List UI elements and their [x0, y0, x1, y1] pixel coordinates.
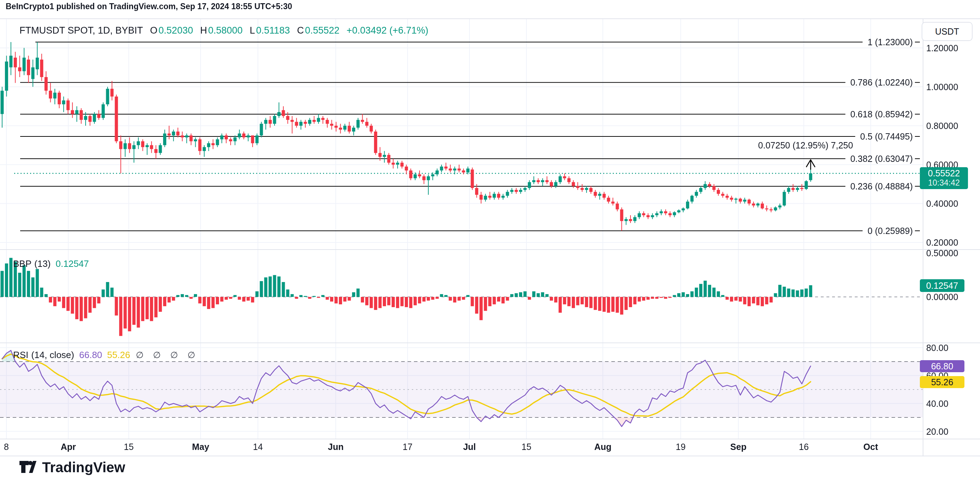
rsi-params: (14, close)	[31, 350, 74, 360]
rsi-ma-value: 55.26	[107, 350, 130, 360]
tradingview-logo[interactable]: TradingView	[19, 459, 125, 475]
close-value: 0.55522	[305, 25, 340, 36]
close-label: C	[297, 25, 304, 36]
high-label: H	[200, 25, 207, 36]
fib-level-label: 0.786 (1.02240)	[850, 78, 913, 88]
chart-canvas[interactable]	[0, 0, 980, 480]
time-axis-label: Sep	[730, 442, 746, 452]
time-axis-label: 14	[253, 442, 263, 452]
fib-level-label: 0.618 (0.85942)	[850, 109, 913, 119]
time-axis-label: 19	[676, 442, 686, 452]
open-label: O	[150, 25, 158, 36]
time-axis-label: Oct	[863, 442, 878, 452]
time-axis-label: 8	[4, 442, 9, 452]
symbol-title: FTMUSDT SPOT, 1D, BYBIT	[19, 25, 143, 36]
tradingview-logo-icon	[19, 461, 37, 475]
time-axis-label: 17	[402, 442, 412, 452]
bbp-value: 0.12547	[56, 258, 89, 269]
countdown-timer: 10:34:42	[920, 178, 968, 187]
tradingview-logo-text: TradingView	[42, 459, 125, 475]
bbp-params: (13)	[34, 258, 51, 269]
bbp-indicator-legend[interactable]: BBP(13)0.12547	[13, 258, 89, 269]
price-axis-label: 1.20000	[926, 43, 958, 53]
rsi-hidden-plots: ∅ ∅ ∅ ∅	[136, 350, 199, 360]
fib-level-label: 1 (1.23000)	[867, 37, 913, 48]
last-price-value: 0.55522	[920, 168, 968, 178]
fib-level-label: 0 (0.25989)	[867, 225, 913, 236]
bbp-axis-label: 0.00000	[926, 292, 958, 302]
symbol-info-bar[interactable]: FTMUSDT SPOT, 1D, BYBITO0.52030H0.58000L…	[19, 25, 428, 36]
rsi-title: RSI	[13, 350, 28, 360]
currency-toggle-button[interactable]: USDT	[922, 22, 972, 41]
time-axis-label: Aug	[594, 442, 612, 452]
time-axis-label: Jul	[463, 442, 476, 452]
rsi-indicator-legend[interactable]: RSI(14, close)66.8055.26∅ ∅ ∅ ∅	[13, 350, 199, 361]
rsi-value: 66.80	[79, 350, 102, 360]
tradingview-chart-page: BeInCrypto1 published on TradingView.com…	[0, 0, 980, 480]
attribution-text: BeInCrypto1 published on TradingView.com…	[6, 2, 292, 11]
low-value: 0.51183	[256, 25, 290, 36]
rsi-axis-label: 80.00	[926, 342, 948, 353]
bbp-title: BBP	[13, 258, 32, 269]
rsi-value-badge: 66.80	[920, 360, 964, 372]
last-price-badge: 0.55522 10:34:42	[920, 167, 968, 189]
fib-level-label: 0.382 (0.63047)	[850, 154, 913, 164]
price-axis-label: 0.20000	[926, 237, 958, 247]
high-value: 0.58000	[208, 25, 243, 36]
bbp-axis-label: 0.50000	[926, 248, 958, 258]
fib-level-label: 0.5 (0.74495)	[860, 131, 913, 141]
time-axis-label: 15	[124, 442, 134, 452]
open-value: 0.52030	[159, 25, 193, 36]
low-label: L	[250, 25, 255, 36]
time-axis-label: Jun	[328, 442, 344, 452]
fib-level-label: 0.236 (0.48884)	[850, 181, 913, 191]
rsi-ma-value-badge: 55.26	[920, 376, 964, 388]
time-axis-label: Apr	[60, 442, 76, 452]
price-axis-label: 0.80000	[926, 120, 958, 131]
change-value: +0.03492 (+6.71%)	[347, 25, 428, 36]
price-axis-label: 1.00000	[926, 82, 958, 92]
rsi-axis-label: 20.00	[926, 426, 948, 437]
time-axis-label: 16	[799, 442, 809, 452]
measure-annotation-text: 0.07250 (12.95%) 7,250	[758, 140, 853, 150]
rsi-axis-label: 40.00	[926, 398, 948, 409]
bbp-value-badge: 0.12547	[920, 279, 964, 292]
time-axis-label: 15	[522, 442, 531, 452]
time-axis-label: May	[192, 442, 210, 452]
price-axis-label: 0.40000	[926, 198, 958, 209]
